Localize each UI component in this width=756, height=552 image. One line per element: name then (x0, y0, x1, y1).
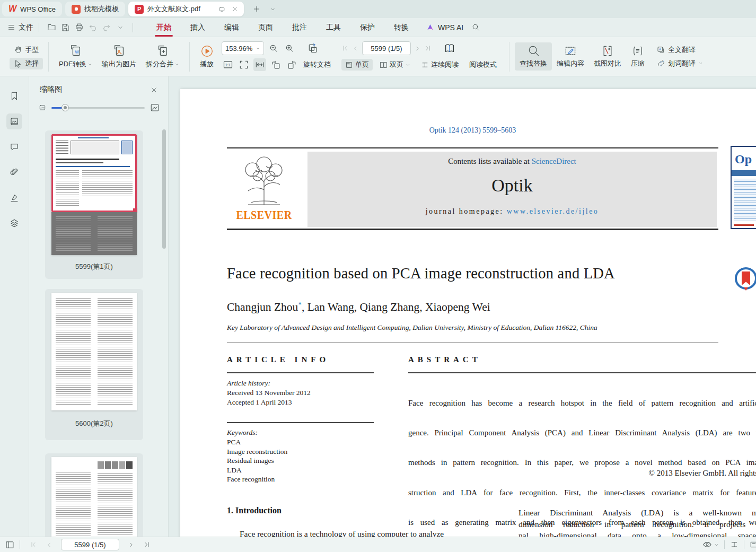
open-folder-icon[interactable] (45, 21, 58, 34)
page-number-field[interactable] (362, 41, 411, 55)
compress-button[interactable]: 压缩 (626, 42, 649, 71)
select-tool-button[interactable]: 选择 (10, 58, 43, 69)
redo-icon[interactable] (100, 21, 113, 34)
actual-size-icon[interactable]: 1:1 (222, 58, 234, 71)
continuous-layout-icon[interactable] (730, 540, 739, 549)
toggle-sidebar-icon[interactable] (5, 540, 14, 549)
prev-page-icon[interactable] (352, 45, 359, 52)
rotate-pages-icon[interactable] (306, 42, 319, 55)
pdf-convert-button[interactable]: W PDF转换 (54, 42, 97, 71)
sciencedirect-link[interactable]: ScienceDirect (532, 157, 576, 165)
zoom-out-icon[interactable] (267, 42, 280, 55)
panel-scrollbar[interactable] (162, 129, 166, 249)
new-tab-button[interactable] (250, 3, 263, 15)
print-icon[interactable] (72, 21, 86, 34)
received-date: Received 13 November 2012 (227, 388, 311, 398)
slider-knob[interactable] (61, 104, 69, 111)
authors-line: Changjun Zhou*, Lan Wang, Qiang Zhang, X… (227, 300, 490, 314)
layers-panel-icon[interactable] (6, 215, 22, 231)
read-mode-book-icon[interactable] (443, 42, 456, 55)
edit-content-button[interactable]: 编辑内容 (552, 42, 589, 71)
tab-docer-templates[interactable]: 找稻壳模板 (65, 2, 125, 16)
full-translate-button[interactable]: A 全文翻译 (653, 44, 707, 56)
tab-page[interactable]: 页面 (249, 18, 283, 37)
divider (133, 23, 133, 32)
divider (509, 42, 509, 72)
svg-text:1:1: 1:1 (225, 63, 231, 67)
rotate-doc-button[interactable]: 旋转文档 (301, 59, 335, 71)
chevron-down-icon[interactable] (714, 542, 719, 547)
zoom-level-dropdown[interactable]: 153.96% (222, 41, 264, 55)
search-icon[interactable] (469, 21, 482, 34)
fit-screen-icon[interactable] (750, 540, 756, 549)
split-merge-button[interactable]: 拆分合并 (141, 42, 184, 71)
zoom-in-icon[interactable] (283, 42, 296, 55)
status-page-field[interactable] (61, 539, 119, 550)
first-page-icon[interactable] (30, 541, 37, 548)
signature-panel-icon[interactable] (6, 190, 22, 206)
double-page-button[interactable]: 双页 (376, 59, 414, 71)
view-options-eye-icon[interactable] (702, 540, 712, 549)
thumbnail-panel: 缩略图 (29, 76, 169, 537)
more-tools-chevron-icon[interactable] (113, 21, 127, 34)
single-page-button[interactable]: 单页 (341, 59, 373, 71)
tab-edit[interactable]: 编辑 (215, 18, 249, 37)
save-icon[interactable] (58, 21, 72, 34)
fit-width-icon[interactable] (253, 58, 266, 71)
pdf-convert-icon: W (69, 44, 83, 58)
bookmarks-panel-icon[interactable] (6, 88, 22, 104)
hand-tool-button[interactable]: 手型 (10, 44, 43, 56)
close-panel-icon[interactable] (151, 86, 157, 93)
play-button[interactable]: 播放 (195, 42, 218, 71)
tab-insert[interactable]: 插入 (181, 18, 215, 37)
last-page-icon[interactable] (424, 45, 432, 52)
play-icon (200, 45, 214, 58)
play-label: 播放 (200, 59, 214, 69)
word-translate-button[interactable]: A 划词翻译 (653, 58, 707, 69)
find-replace-label: 查找替换 (520, 59, 547, 68)
small-thumbnail-icon[interactable] (39, 104, 46, 111)
rotate-right-icon[interactable] (285, 58, 298, 71)
screenshot-compare-button[interactable]: 截图对比 (589, 42, 626, 71)
wps-ai-menu[interactable]: WPS AI (426, 23, 463, 32)
find-replace-button[interactable]: 查找替换 (515, 42, 552, 71)
continuous-read-button[interactable]: 连续阅读 (417, 59, 462, 71)
slider-track[interactable] (51, 107, 145, 109)
tab-wps-office[interactable]: W WPS Office (2, 2, 62, 16)
page1-visible-region[interactable] (51, 134, 137, 212)
tab-comment[interactable]: 批注 (283, 18, 317, 37)
thumbnail-card-page2[interactable]: 5600(第2页) (45, 289, 143, 440)
large-thumbnail-icon[interactable] (150, 103, 160, 112)
tab-convert[interactable]: 转换 (384, 18, 418, 37)
next-page-icon[interactable] (128, 541, 135, 548)
homepage-url-link[interactable]: www.elsevier.de/ijleo (507, 207, 599, 215)
tab-home[interactable]: 开始 (147, 18, 181, 37)
pin-tab-icon[interactable] (217, 4, 226, 14)
fit-page-icon[interactable] (238, 58, 250, 71)
intro-left-text: Face recognition is a technology of usin… (240, 529, 444, 537)
prev-page-icon[interactable] (46, 541, 52, 548)
tab-protect[interactable]: 保护 (350, 18, 384, 37)
keywords-label: Keywords: (227, 428, 258, 437)
first-page-icon[interactable] (341, 45, 349, 52)
tab-pdf-document[interactable]: P 外文文献原文.pdf (128, 2, 244, 16)
attachments-panel-icon[interactable] (6, 164, 22, 180)
last-page-icon[interactable] (143, 541, 151, 548)
crossmark-badge[interactable] (735, 267, 756, 294)
next-page-icon[interactable] (414, 45, 421, 52)
abstract-heading: ABSTRACT (408, 355, 481, 364)
export-image-icon (112, 44, 126, 58)
file-menu[interactable]: 文件 (7, 23, 33, 32)
tab-tools[interactable]: 工具 (317, 18, 350, 37)
close-tab-icon[interactable] (230, 4, 240, 14)
undo-icon[interactable] (86, 21, 100, 34)
comments-panel-icon[interactable] (6, 139, 22, 155)
header-rule-top (227, 147, 718, 148)
read-mode-button[interactable]: 阅读模式 (465, 59, 500, 71)
tab-list-chevron-icon[interactable] (266, 3, 279, 15)
svg-text:A: A (659, 48, 661, 51)
thumbnail-card-page1[interactable]: 5599(第1页) (45, 130, 143, 279)
thumbnails-panel-icon[interactable] (6, 113, 22, 129)
rotate-left-icon[interactable] (269, 58, 282, 71)
export-image-button[interactable]: 输出为图片 (97, 42, 141, 71)
